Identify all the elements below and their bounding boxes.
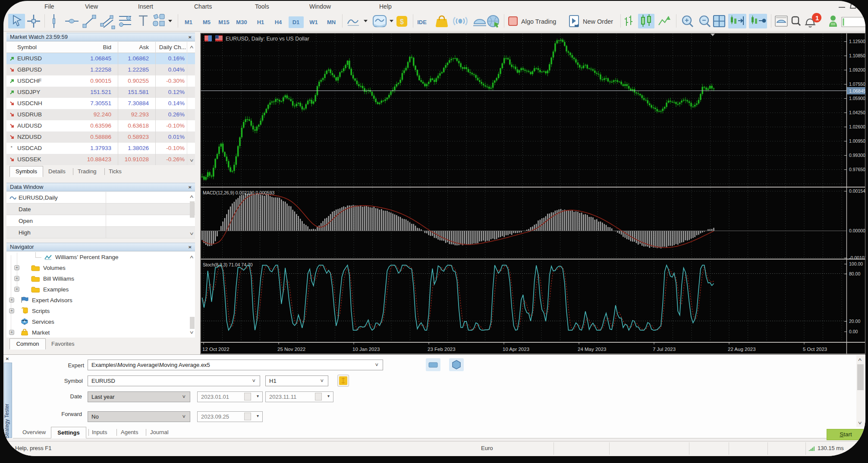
svg-text:$: $ bbox=[400, 18, 404, 25]
svg-text:20.00: 20.00 bbox=[849, 319, 860, 324]
svg-text:1.02600: 1.02600 bbox=[849, 124, 865, 129]
svg-text:0.001545: 0.001545 bbox=[849, 188, 865, 194]
svg-text:0.97650: 0.97650 bbox=[849, 167, 865, 172]
svg-text:80.00: 80.00 bbox=[849, 271, 860, 276]
svg-text:1.04250: 1.04250 bbox=[849, 110, 865, 115]
svg-text:1.00950: 1.00950 bbox=[849, 138, 865, 144]
svg-text:10 Jan 2023: 10 Jan 2023 bbox=[352, 347, 380, 352]
svg-text:Algo Trading: Algo Trading bbox=[521, 18, 556, 25]
svg-text:Stoch(8,3,3) 71.04 74.70: Stoch(8,3,3) 71.04 74.70 bbox=[203, 262, 253, 267]
svg-text:5 Oct 2023: 5 Oct 2023 bbox=[803, 347, 827, 352]
svg-text:0.000000: 0.000000 bbox=[849, 228, 865, 233]
svg-text:1.07550: 1.07550 bbox=[849, 81, 865, 87]
svg-text:22 Aug 2023: 22 Aug 2023 bbox=[728, 347, 756, 352]
svg-text:EURUSD, Daily: Euro vs US Doll: EURUSD, Daily: Euro vs US Dollar bbox=[226, 36, 309, 42]
svg-text:1.05900: 1.05900 bbox=[849, 96, 865, 101]
svg-text:0.00: 0.00 bbox=[849, 329, 858, 334]
svg-text:1.09200: 1.09200 bbox=[849, 67, 865, 72]
svg-text:10 Apr 2023: 10 Apr 2023 bbox=[503, 347, 529, 352]
svg-text:1: 1 bbox=[815, 14, 819, 22]
svg-text:23 Feb 2023: 23 Feb 2023 bbox=[428, 347, 456, 352]
svg-text:25 Nov 2022: 25 Nov 2022 bbox=[277, 347, 305, 352]
svg-text:12 Oct 2022: 12 Oct 2022 bbox=[202, 347, 230, 352]
svg-text:1.10850: 1.10850 bbox=[849, 53, 865, 58]
svg-text:100.00: 100.00 bbox=[849, 261, 863, 266]
svg-text:1.12500: 1.12500 bbox=[849, 39, 865, 44]
svg-text:7 Jul 2023: 7 Jul 2023 bbox=[653, 347, 676, 352]
svg-text:MACD(12,26,9) 0.002190 0.00059: MACD(12,26,9) 0.002190 0.000593 bbox=[203, 190, 275, 195]
svg-text:-0.001011: -0.001011 bbox=[849, 255, 865, 260]
svg-text:0.99300: 0.99300 bbox=[849, 153, 865, 158]
svg-text:1.06845: 1.06845 bbox=[849, 88, 865, 94]
svg-text:24 May 2023: 24 May 2023 bbox=[578, 347, 607, 352]
svg-text:New Order: New Order bbox=[583, 18, 613, 25]
